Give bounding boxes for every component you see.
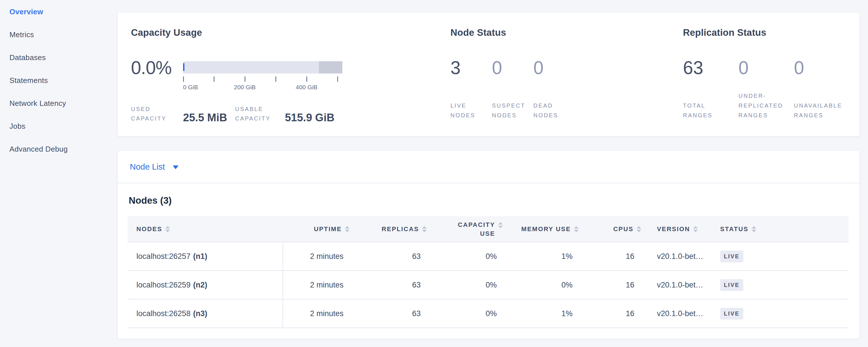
- capacity-use-cell: 0%: [428, 242, 504, 270]
- live-nodes-metric: 3 LIVE NODES: [451, 58, 492, 120]
- unavailable-ranges-metric: 0 UNAVAILABLE RANGES: [794, 58, 849, 120]
- status-badge: LIVE: [720, 308, 743, 319]
- dead-nodes-count: 0: [533, 58, 575, 78]
- under-replicated-ranges-metric: 0 UNDER-REPLICATED RANGES: [739, 58, 794, 120]
- sort-icon: [693, 226, 698, 232]
- memory-use-cell: 1%: [504, 299, 580, 327]
- table-column-divider: [283, 242, 283, 328]
- node-id: (n3): [193, 309, 207, 318]
- node-list-card: Node List Nodes (3) NODES UPTIME REPLICA…: [117, 151, 860, 339]
- sidebar-item-statements[interactable]: Statements: [0, 69, 117, 92]
- node-list-dropdown[interactable]: Node List: [130, 162, 179, 171]
- memory-use-cell: 0%: [504, 271, 580, 299]
- sort-icon: [574, 226, 579, 232]
- unavailable-ranges-count: 0: [794, 58, 849, 78]
- unavailable-ranges-label: UNAVAILABLE RANGES: [794, 101, 849, 120]
- nodes-table-header: NODES UPTIME REPLICAS CAPACITY USE MEMOR…: [128, 216, 848, 242]
- column-header-uptime[interactable]: UPTIME: [283, 216, 351, 242]
- uptime-cell: 2 minutes: [283, 271, 351, 299]
- sidebar-item-metrics[interactable]: Metrics: [0, 23, 117, 46]
- column-header-status[interactable]: STATUS: [714, 216, 848, 242]
- capacity-use-cell: 0%: [428, 271, 504, 299]
- column-header-memory-use[interactable]: MEMORY USE: [504, 216, 580, 242]
- capacity-stats: USED CAPACITY 25.5 MiB USABLE CAPACITY 5…: [131, 104, 334, 123]
- sidebar-item-network-latency[interactable]: Network Latency: [0, 92, 117, 115]
- uptime-cell: 2 minutes: [283, 299, 351, 327]
- axis-label-400gib: 400 GiB: [296, 84, 317, 91]
- sort-icon: [422, 226, 427, 232]
- axis-label-0gib: 0 GiB: [183, 84, 198, 91]
- column-header-replicas[interactable]: REPLICAS: [351, 216, 428, 242]
- capacity-used-percent: 0.0%: [131, 58, 183, 92]
- nodes-table-title: Nodes (3): [129, 195, 172, 206]
- capacity-gauge-reserved-segment: [319, 61, 342, 73]
- sidebar-item-advanced-debug[interactable]: Advanced Debug: [0, 137, 117, 160]
- memory-use-cell: 1%: [504, 242, 580, 270]
- capacity-use-cell: 0%: [428, 299, 504, 327]
- column-header-version[interactable]: VERSION: [643, 216, 714, 242]
- table-row-node-3[interactable]: localhost:26258 (n3) 2 minutes 63 0% 1% …: [128, 299, 848, 328]
- sidebar-item-overview[interactable]: Overview: [0, 0, 117, 23]
- replicas-cell: 63: [351, 299, 428, 327]
- total-ranges-count: 63: [683, 58, 739, 78]
- column-header-nodes[interactable]: NODES: [128, 216, 283, 242]
- table-row-node-2[interactable]: localhost:26259 (n2) 2 minutes 63 0% 0% …: [128, 271, 848, 299]
- status-badge: LIVE: [720, 251, 743, 262]
- capacity-gauge-used-marker: [183, 63, 184, 71]
- column-header-cpus[interactable]: CPUS: [580, 216, 643, 242]
- node-status-title: Node Status: [451, 27, 506, 38]
- sort-icon: [498, 222, 503, 228]
- sort-icon: [345, 226, 349, 232]
- usable-capacity-stat: USABLE CAPACITY 515.9 GiB: [235, 104, 334, 123]
- suspect-nodes-label: SUSPECT NODES: [492, 101, 533, 120]
- cpus-cell: 16: [580, 271, 643, 299]
- cockroachdb-admin-overview: Overview Metrics Databases Statements Ne…: [0, 0, 868, 347]
- node-list-header: Node List: [118, 151, 860, 183]
- cpus-cell: 16: [580, 242, 643, 270]
- live-nodes-count: 3: [451, 58, 492, 78]
- chevron-down-icon: [173, 166, 179, 169]
- status-badge: LIVE: [720, 279, 743, 291]
- sidebar-item-databases[interactable]: Databases: [0, 46, 117, 69]
- under-replicated-ranges-count: 0: [739, 58, 794, 78]
- usable-capacity-label: USABLE CAPACITY: [235, 104, 278, 123]
- nodes-table-area: Nodes (3) NODES UPTIME REPLICAS CAPACITY…: [128, 183, 848, 339]
- total-ranges-label: TOTAL RANGES: [683, 101, 739, 120]
- version-cell: v20.1.0-bet…: [643, 271, 714, 299]
- version-cell: v20.1.0-bet…: [643, 299, 714, 327]
- used-capacity-stat: USED CAPACITY 25.5 MiB: [131, 104, 227, 123]
- capacity-gauge-axis-ticks: [183, 76, 342, 82]
- nodes-table-body: localhost:26257 (n1) 2 minutes 63 0% 1% …: [128, 242, 848, 328]
- sort-icon: [165, 226, 170, 232]
- sidebar: Overview Metrics Databases Statements Ne…: [0, 0, 117, 347]
- total-ranges-metric: 63 TOTAL RANGES: [683, 58, 739, 120]
- cpus-cell: 16: [580, 299, 643, 327]
- used-capacity-value: 25.5 MiB: [183, 112, 227, 124]
- usable-capacity-value: 515.9 GiB: [285, 112, 334, 124]
- sort-icon: [752, 226, 756, 232]
- replicas-cell: 63: [351, 242, 428, 270]
- dead-nodes-metric: 0 DEAD NODES: [533, 58, 575, 120]
- used-capacity-label: USED CAPACITY: [131, 104, 175, 123]
- capacity-gauge: 0 GiB 200 GiB 400 GiB: [183, 61, 342, 92]
- sidebar-item-jobs[interactable]: Jobs: [0, 115, 117, 137]
- axis-label-200gib: 200 GiB: [234, 84, 256, 91]
- capacity-gauge-axis-labels: 0 GiB 200 GiB 400 GiB: [183, 84, 342, 92]
- uptime-cell: 2 minutes: [283, 242, 351, 270]
- capacity-gauge-bar: [183, 61, 342, 73]
- sort-icon: [637, 226, 641, 232]
- column-header-capacity-use[interactable]: CAPACITY USE: [428, 216, 504, 242]
- dead-nodes-label: DEAD NODES: [533, 101, 575, 120]
- table-row-node-1[interactable]: localhost:26257 (n1) 2 minutes 63 0% 1% …: [128, 242, 848, 271]
- node-address[interactable]: localhost:26257: [136, 252, 190, 261]
- node-address[interactable]: localhost:26258: [136, 309, 190, 318]
- node-id: (n2): [193, 281, 207, 289]
- node-address[interactable]: localhost:26259: [136, 281, 190, 289]
- capacity-usage-title: Capacity Usage: [131, 27, 202, 38]
- live-nodes-label: LIVE NODES: [451, 101, 492, 120]
- version-cell: v20.1.0-bet…: [643, 242, 714, 270]
- cluster-summary-card: Capacity Usage 0.0% 0 GiB 200 GiB 400 Gi…: [117, 12, 860, 136]
- under-replicated-ranges-label: UNDER-REPLICATED RANGES: [739, 91, 794, 120]
- suspect-nodes-count: 0: [492, 58, 533, 78]
- node-list-dropdown-label: Node List: [130, 162, 165, 171]
